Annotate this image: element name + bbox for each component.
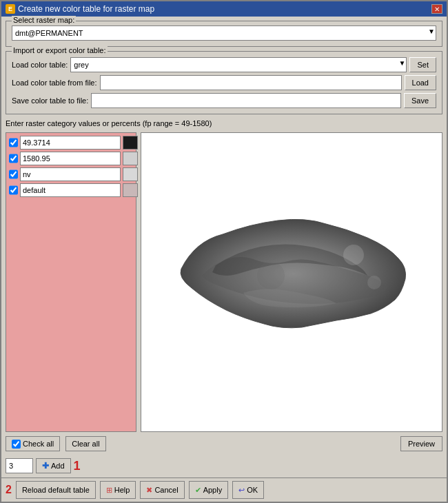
clear-all-button[interactable]: Clear all [65, 436, 105, 451]
select-raster-group: Select raster map: dmt@PERMANENT ▼ [6, 21, 442, 47]
load-file-input[interactable] [100, 75, 402, 90]
close-button[interactable]: ✕ [431, 4, 442, 14]
main-window: E Create new color table for raster map … [0, 0, 448, 503]
import-export-group: Import or export color table: Load color… [6, 51, 442, 114]
number-badge-1: 1 [74, 459, 81, 473]
import-export-label: Import or export color table: [12, 46, 108, 54]
color-row-1-checkbox[interactable] [9, 154, 18, 163]
footer: 2 Reload default table ⊞ Help ✖ Cancel ✔… [1, 478, 447, 502]
app-icon: E [6, 4, 15, 14]
reload-button[interactable]: Reload default table [16, 481, 96, 499]
color-row-3-checkbox[interactable] [9, 185, 18, 195]
main-area [6, 132, 442, 432]
apply-icon: ✔ [195, 486, 201, 495]
svg-point-1 [343, 245, 364, 265]
titlebar: E Create new color table for raster map … [1, 1, 447, 17]
save-file-input[interactable] [91, 93, 401, 108]
bottom-controls: Check all Clear all Preview [6, 436, 442, 451]
preview-panel [141, 132, 442, 432]
add-icon: ✚ [42, 461, 49, 471]
ok-button[interactable]: ↩ OK [232, 481, 264, 499]
color-row-1-swatch[interactable] [123, 152, 138, 165]
color-row-2 [9, 167, 133, 181]
load-button[interactable]: Load [405, 75, 436, 90]
color-row-0 [9, 136, 133, 150]
preview-map [141, 133, 442, 431]
set-button[interactable]: Set [409, 57, 436, 72]
add-button[interactable]: ✚ Add [36, 458, 71, 473]
color-row-0-swatch[interactable] [123, 136, 138, 150]
cancel-icon: ✖ [146, 486, 152, 495]
load-file-label: Load color table from file: [12, 79, 97, 87]
ok-icon: ↩ [238, 486, 245, 495]
color-row-1-value[interactable] [20, 152, 121, 165]
check-all-checkbox [12, 440, 21, 449]
footer-left: 2 Reload default table ⊞ Help ✖ Cancel ✔… [6, 481, 264, 499]
svg-point-2 [367, 276, 381, 289]
color-table-select[interactable]: grey rainbow elevation terrain [70, 57, 407, 72]
add-count-input[interactable] [6, 458, 33, 473]
help-icon: ⊞ [106, 486, 112, 495]
help-button[interactable]: ⊞ Help [100, 481, 136, 499]
color-row-0-checkbox[interactable] [9, 138, 18, 147]
load-color-label: Load color table: [12, 61, 68, 69]
number-badge-2: 2 [6, 484, 12, 496]
titlebar-left: E Create new color table for raster map [6, 4, 154, 14]
color-table-panel [6, 132, 136, 432]
color-row-2-checkbox[interactable] [9, 170, 18, 179]
color-row-2-value[interactable] [20, 167, 121, 181]
select-raster-label: Select raster map: [12, 16, 76, 24]
color-row-0-value[interactable] [20, 136, 121, 150]
save-button[interactable]: Save [404, 93, 436, 108]
raster-dropdown-wrapper: dmt@PERMANENT ▼ [12, 25, 436, 41]
color-row-3 [9, 183, 133, 197]
map-svg [161, 186, 422, 379]
color-row-1 [9, 152, 133, 165]
color-row-3-value[interactable] [20, 183, 121, 197]
save-file-label: Save color table to file: [12, 96, 88, 105]
color-row-3-swatch[interactable] [123, 183, 138, 197]
color-table-dropdown-wrapper: grey rainbow elevation terrain ▼ [70, 57, 407, 72]
color-row-2-swatch[interactable] [123, 167, 138, 181]
window-title: Create new color table for raster map [18, 4, 154, 14]
add-row: ✚ Add 1 [6, 458, 442, 473]
svg-point-3 [257, 262, 285, 289]
category-text: Enter raster category values or percents… [6, 119, 212, 127]
cancel-button[interactable]: ✖ Cancel [140, 481, 184, 499]
apply-button[interactable]: ✔ Apply [189, 481, 229, 499]
preview-button[interactable]: Preview [400, 436, 442, 451]
content-area: Select raster map: dmt@PERMANENT ▼ Impor… [1, 17, 447, 478]
raster-select[interactable]: dmt@PERMANENT [12, 25, 436, 41]
check-all-button[interactable]: Check all [6, 436, 60, 451]
category-info: Enter raster category values or percents… [6, 119, 442, 128]
